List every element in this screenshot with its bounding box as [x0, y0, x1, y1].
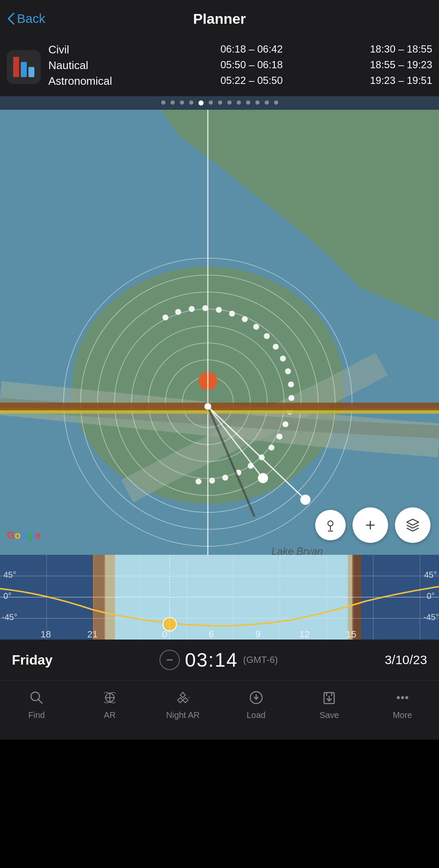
- tab-save[interactable]: Save: [293, 687, 366, 720]
- svg-text:0°: 0°: [3, 591, 11, 601]
- svg-point-95: [397, 696, 400, 699]
- navbar: Back Planner: [0, 0, 439, 37]
- back-label: Back: [17, 11, 45, 26]
- find-label: Find: [28, 710, 45, 720]
- load-icon: [246, 687, 266, 708]
- time-center: 03:14 (GMT-6): [159, 648, 278, 671]
- svg-text:6: 6: [209, 629, 214, 640]
- time-decrease-button[interactable]: [159, 650, 180, 670]
- svg-text:18: 18: [41, 629, 51, 640]
- svg-point-11: [175, 309, 181, 315]
- time-bar: Friday 03:14 (GMT-6) 3/10/23: [0, 640, 439, 680]
- dot-8[interactable]: [227, 100, 232, 105]
- svg-point-26: [277, 434, 282, 440]
- layers-button[interactable]: [395, 507, 431, 543]
- save-icon: [319, 687, 339, 708]
- twilight-data: Civil 06:18 – 06:42 18:30 – 18:55 Nautic…: [48, 43, 432, 90]
- svg-text:0: 0: [162, 629, 167, 640]
- pin-button[interactable]: [315, 510, 346, 540]
- svg-point-42: [300, 495, 310, 505]
- map-area[interactable]: Lake Bryan Google: [0, 110, 439, 555]
- more-label: More: [393, 710, 412, 720]
- ar-label: AR: [104, 710, 116, 720]
- google-logo: Google: [7, 529, 41, 541]
- svg-line-85: [38, 699, 42, 704]
- civil-morning: 06:18 – 06:42: [221, 43, 283, 56]
- civil-label: Civil: [48, 43, 133, 56]
- dot-2[interactable]: [171, 100, 175, 105]
- svg-text:45°: 45°: [424, 570, 437, 579]
- find-icon: [26, 687, 47, 708]
- dot-4[interactable]: [189, 100, 193, 105]
- page-indicator: [0, 96, 439, 110]
- civil-row: Civil 06:18 – 06:42 18:30 – 18:55: [48, 43, 432, 56]
- tab-ar[interactable]: AR: [73, 687, 147, 720]
- dot-6[interactable]: [209, 100, 213, 105]
- svg-point-10: [162, 314, 168, 320]
- nautical-morning: 05:50 – 06:18: [221, 59, 283, 72]
- svg-text:-45°: -45°: [423, 612, 439, 622]
- svg-point-44: [328, 521, 333, 526]
- dot-9[interactable]: [237, 100, 241, 105]
- svg-point-25: [282, 421, 288, 427]
- svg-point-17: [253, 324, 259, 330]
- svg-point-16: [242, 316, 248, 322]
- dot-1[interactable]: [161, 100, 165, 105]
- dot-3[interactable]: [180, 100, 184, 105]
- svg-point-18: [264, 333, 270, 339]
- svg-point-12: [189, 306, 195, 312]
- nautical-evening: 18:55 – 19:23: [370, 59, 432, 72]
- dot-11[interactable]: [255, 100, 260, 105]
- night-ar-label: Night AR: [166, 710, 200, 720]
- twilight-icon: [7, 50, 41, 84]
- svg-text:9: 9: [255, 629, 260, 640]
- svg-point-20: [280, 356, 286, 362]
- tab-more[interactable]: More: [366, 687, 439, 720]
- time-day: Friday: [12, 652, 53, 668]
- dot-13[interactable]: [274, 100, 278, 105]
- tab-bar: Find AR Night AR: [0, 680, 439, 740]
- twilight-panel: Civil 06:18 – 06:42 18:30 – 18:55 Nautic…: [0, 37, 439, 96]
- svg-point-23: [288, 395, 294, 401]
- svg-point-32: [209, 478, 215, 484]
- svg-point-96: [401, 696, 404, 699]
- svg-point-43: [204, 403, 211, 410]
- tab-night-ar[interactable]: Night AR: [146, 687, 220, 720]
- lake-label: Lake Bryan: [271, 545, 323, 555]
- tab-find[interactable]: Find: [0, 687, 73, 720]
- svg-point-14: [216, 307, 222, 313]
- nautical-row: Nautical 05:50 – 06:18 18:55 – 19:23: [48, 59, 432, 72]
- chart-area[interactable]: 18 21 0 6 9 12 15 45° 0° -45° 45° 0° -45…: [0, 555, 439, 640]
- night-ar-icon: [173, 687, 193, 708]
- tab-load[interactable]: Load: [220, 687, 293, 720]
- load-label: Load: [247, 710, 266, 720]
- dot-10[interactable]: [246, 100, 250, 105]
- back-button[interactable]: Back: [7, 11, 45, 26]
- svg-text:45°: 45°: [3, 570, 16, 579]
- svg-point-33: [196, 479, 201, 484]
- svg-point-27: [268, 445, 274, 451]
- civil-evening: 18:30 – 18:55: [370, 43, 432, 56]
- more-icon: [392, 687, 413, 708]
- astronomical-row: Astronomical 05:22 – 05:50 19:23 – 19:51: [48, 75, 432, 88]
- time-value: 03:14: [185, 648, 238, 671]
- zoom-in-button[interactable]: [352, 507, 388, 543]
- svg-point-21: [285, 368, 291, 374]
- svg-text:0°: 0°: [427, 591, 435, 601]
- time-gmt: (GMT-6): [243, 654, 278, 665]
- svg-text:12: 12: [299, 629, 310, 640]
- astronomical-label: Astronomical: [48, 75, 133, 88]
- save-label: Save: [319, 710, 339, 720]
- dot-12[interactable]: [265, 100, 269, 105]
- dot-5[interactable]: [199, 100, 204, 106]
- dot-7[interactable]: [218, 100, 222, 105]
- svg-point-41: [258, 473, 268, 483]
- svg-point-22: [288, 381, 294, 387]
- svg-point-31: [222, 475, 228, 481]
- nautical-label: Nautical: [48, 59, 133, 72]
- svg-text:15: 15: [346, 629, 356, 640]
- ar-icon: [100, 687, 120, 708]
- svg-point-97: [405, 696, 408, 699]
- map-controls: [315, 507, 431, 543]
- page-title: Planner: [193, 11, 246, 27]
